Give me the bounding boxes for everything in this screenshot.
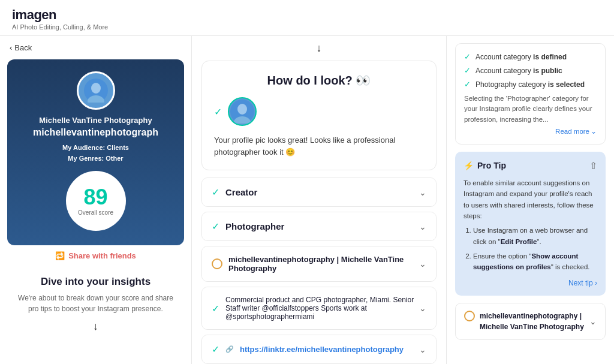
accordion-bio-header[interactable]: ✓ Commercial product and CPG photographe… bbox=[202, 287, 436, 329]
pro-tip-title: ⚡ Pro Tip bbox=[463, 161, 506, 170]
profile-audience: My Audience: Clients My Genres: Other bbox=[17, 143, 174, 164]
read-more-chevron-icon: ⌄ bbox=[591, 127, 597, 136]
checklist-box: ✓ Account category is defined ✓ Account … bbox=[455, 43, 606, 145]
read-more-button[interactable]: Read more ⌄ bbox=[464, 127, 597, 136]
score-circle: 89 Overall score bbox=[66, 171, 126, 231]
pro-tip-step-2: Ensure the option "Show account suggesti… bbox=[473, 251, 597, 273]
app-tagline: AI Photo Editing, Culling, & More bbox=[12, 23, 108, 31]
how-do-i-look-card: How do I look? 👀 ✓ Your profile pic look… bbox=[201, 61, 437, 170]
checklist-text-3: Photography category is selected bbox=[475, 80, 585, 89]
creator-check-icon: ✓ bbox=[212, 186, 219, 198]
read-more-label: Read more bbox=[555, 128, 589, 135]
photographer-chevron-icon: ⌄ bbox=[419, 222, 426, 231]
lightning-icon: ⚡ bbox=[463, 161, 474, 170]
checklist-text-1: Account category is defined bbox=[475, 53, 567, 61]
link-chain-icon: 🔗 bbox=[225, 345, 234, 353]
share-label: Share with friends bbox=[68, 251, 136, 260]
how-look-title: How do I look? 👀 bbox=[214, 73, 424, 88]
creator-title: Creator bbox=[225, 187, 257, 197]
link-chevron-icon: ⌄ bbox=[419, 345, 426, 354]
next-tip-chevron-icon: › bbox=[595, 279, 597, 287]
photographer-title: Photographer bbox=[225, 221, 284, 231]
checklist-description: Selecting the 'Photographer' category fo… bbox=[464, 94, 597, 125]
pro-tip-title-text: Pro Tip bbox=[477, 161, 506, 170]
main-layout: ‹ Back Michelle VanTine Photography mich… bbox=[0, 36, 614, 364]
checklist-text-2: Account category is public bbox=[475, 67, 562, 75]
preview-avatar bbox=[228, 97, 257, 126]
score-number: 89 bbox=[83, 186, 107, 208]
accordion-link: ✓ 🔗 https://linktr.ee/michellevantinepho… bbox=[201, 335, 437, 364]
pro-tip-box: ⚡ Pro Tip ⇧ To enable similar account su… bbox=[455, 152, 606, 296]
next-tip-button[interactable]: Next tip › bbox=[463, 279, 597, 287]
left-panel: ‹ Back Michelle VanTine Photography mich… bbox=[0, 36, 192, 364]
checklist-item-3: ✓ Photography category is selected bbox=[464, 80, 597, 89]
accordion-photographer-header[interactable]: ✓ Photographer ⌄ bbox=[202, 212, 436, 240]
pro-tip-share-icon[interactable]: ⇧ bbox=[589, 160, 597, 172]
username-card: michellevantinephotography | Michelle Va… bbox=[455, 303, 606, 340]
accordion-bio: ✓ Commercial product and CPG photographe… bbox=[201, 287, 437, 330]
username-card-text: michellevantinephotography | Michelle Va… bbox=[480, 311, 584, 332]
share-icon: 🔁 bbox=[55, 251, 65, 260]
creator-chevron-icon: ⌄ bbox=[419, 188, 426, 197]
pro-tip-body-text: To enable similar account suggestions on… bbox=[463, 179, 594, 219]
profile-card: Michelle VanTine Photography michellevan… bbox=[7, 59, 184, 245]
username-orange-icon bbox=[212, 258, 222, 269]
link-check-icon: ✓ bbox=[212, 344, 219, 355]
accordion-creator-header[interactable]: ✓ Creator ⌄ bbox=[202, 178, 436, 206]
bio-title: Commercial product and CPG photographer,… bbox=[225, 296, 419, 321]
app-header: imagen AI Photo Editing, Culling, & More bbox=[0, 0, 614, 36]
username-title: michellevantinephotography | Michelle Va… bbox=[228, 255, 419, 273]
pro-tip-step-1: Use Instagram on a web browser and click… bbox=[473, 225, 597, 247]
insights-title: Dive into your insights bbox=[12, 276, 179, 288]
checklist-check-1-icon: ✓ bbox=[464, 52, 471, 61]
back-chevron-icon: ‹ bbox=[10, 43, 12, 52]
accordion-username: michellevantinephotography | Michelle Va… bbox=[201, 246, 437, 282]
username-card-display-name: Michelle VanTine Photography bbox=[480, 321, 584, 332]
username-card-orange-icon bbox=[464, 311, 475, 321]
insights-description: We're about to break down your score and… bbox=[12, 293, 179, 314]
checklist-check-2-icon: ✓ bbox=[464, 66, 471, 75]
checklist-item-2: ✓ Account category is public bbox=[464, 66, 597, 75]
pro-tip-header: ⚡ Pro Tip ⇧ bbox=[463, 160, 597, 172]
down-arrow-icon: ↓ bbox=[12, 320, 179, 333]
username-card-username: michellevantinephotography | bbox=[480, 311, 584, 321]
app-logo: imagen bbox=[12, 7, 56, 23]
back-label: Back bbox=[14, 43, 32, 52]
top-down-arrow-icon: ↓ bbox=[201, 42, 437, 55]
username-card-chevron-icon: ⌄ bbox=[589, 317, 597, 326]
accordion-photographer: ✓ Photographer ⌄ bbox=[201, 212, 437, 241]
insights-section: Dive into your insights We're about to b… bbox=[0, 266, 191, 342]
next-tip-label: Next tip bbox=[568, 279, 593, 287]
link-url-text: https://linktr.ee/michellevantinephotogr… bbox=[240, 345, 404, 354]
checklist-check-3-icon: ✓ bbox=[464, 80, 471, 89]
bio-chevron-icon: ⌄ bbox=[419, 303, 426, 313]
back-button[interactable]: ‹ Back bbox=[0, 36, 191, 59]
bio-check-icon: ✓ bbox=[212, 303, 219, 314]
pro-tip-steps: Use Instagram on a web browser and click… bbox=[463, 225, 597, 273]
share-button[interactable]: 🔁 Share with friends bbox=[0, 245, 191, 266]
accordion-creator: ✓ Creator ⌄ bbox=[201, 178, 437, 207]
checklist-item-1: ✓ Account category is defined bbox=[464, 52, 597, 61]
accordion-username-header[interactable]: michellevantinephotography | Michelle Va… bbox=[202, 246, 436, 281]
profile-feedback-text: Your profile pic looks great! Looks like… bbox=[214, 134, 424, 158]
pro-tip-body: To enable similar account suggestions on… bbox=[463, 178, 597, 273]
username-chevron-icon: ⌄ bbox=[419, 259, 426, 269]
right-panel: ✓ Account category is defined ✓ Account … bbox=[446, 36, 614, 364]
svg-point-1 bbox=[91, 83, 101, 94]
avatar bbox=[77, 71, 115, 110]
profile-check-icon: ✓ bbox=[214, 106, 222, 118]
profile-preview-row: ✓ bbox=[214, 97, 424, 126]
middle-panel: ↓ How do I look? 👀 ✓ Your profile pic lo… bbox=[192, 36, 446, 364]
accordion-link-header[interactable]: ✓ 🔗 https://linktr.ee/michellevantinepho… bbox=[202, 335, 436, 363]
svg-point-4 bbox=[237, 104, 247, 115]
profile-name: Michelle VanTine Photography bbox=[17, 116, 174, 125]
photographer-check-icon: ✓ bbox=[212, 221, 219, 232]
score-label: Overall score bbox=[78, 209, 113, 216]
profile-handle: michellevantinephotograph bbox=[17, 127, 174, 138]
